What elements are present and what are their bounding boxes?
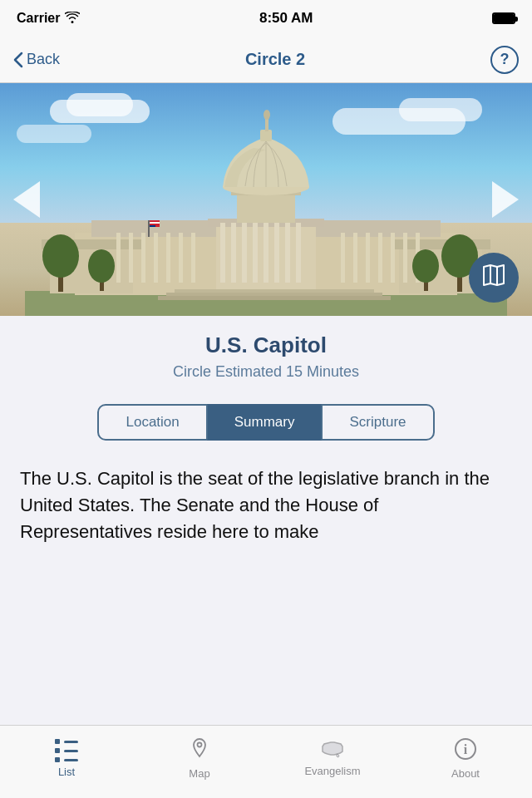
tab-evangelism-label: Evangelism: [304, 765, 360, 777]
svg-rect-19: [141, 233, 145, 283]
svg-point-55: [198, 743, 202, 747]
content-area: The U.S. Capitol is the seat of the legi…: [0, 449, 532, 545]
svg-rect-51: [150, 224, 160, 225]
svg-rect-13: [264, 223, 268, 283]
bottom-tabbar: List Map Evangelism i: [0, 725, 532, 798]
svg-rect-21: [166, 233, 170, 283]
svg-rect-17: [116, 233, 121, 283]
svg-rect-12: [253, 223, 258, 283]
svg-rect-29: [403, 233, 407, 283]
status-bar: Carrier 8:50 AM: [0, 0, 532, 37]
svg-rect-22: [179, 233, 183, 283]
status-time: 8:50 AM: [259, 10, 313, 27]
status-left: Carrier: [17, 11, 80, 26]
list-icon: [55, 739, 78, 762]
capitol-svg: [25, 100, 507, 316]
carrier-label: Carrier: [17, 11, 60, 26]
svg-rect-23: [191, 233, 195, 283]
svg-rect-24: [341, 233, 345, 283]
svg-text:i: i: [464, 742, 468, 756]
svg-rect-34: [260, 130, 272, 141]
tab-about[interactable]: i About: [399, 726, 532, 798]
segment-location[interactable]: Location: [97, 404, 206, 441]
tab-list[interactable]: List: [0, 726, 133, 798]
svg-rect-16: [296, 223, 301, 283]
svg-rect-28: [391, 233, 395, 283]
svg-point-36: [264, 110, 270, 120]
svg-rect-25: [353, 233, 357, 283]
svg-rect-18: [129, 233, 133, 283]
segment-summary[interactable]: Summary: [207, 404, 323, 441]
map-icon: [188, 737, 211, 764]
place-title: U.S. Capitol: [17, 332, 515, 358]
status-right: [492, 12, 515, 24]
place-subtitle: Circle Estimated 15 Minutes: [17, 363, 515, 381]
svg-rect-39: [158, 296, 391, 300]
about-icon: i: [454, 737, 477, 764]
map-book-icon: [480, 264, 507, 293]
segment-scripture[interactable]: Scripture: [322, 404, 434, 441]
help-button[interactable]: ?: [490, 46, 519, 74]
place-image: [0, 83, 532, 316]
svg-point-41: [42, 234, 79, 278]
nav-bar: Back Circle 2 ?: [0, 37, 532, 83]
next-arrow[interactable]: [487, 177, 524, 222]
back-label: Back: [27, 51, 60, 68]
tab-list-label: List: [58, 766, 75, 778]
svg-rect-14: [274, 223, 279, 283]
svg-rect-52: [150, 225, 155, 227]
segment-control: Location Summary Scripture: [17, 404, 515, 441]
wifi-icon: [65, 12, 80, 26]
map-overlay-button[interactable]: [469, 253, 519, 303]
svg-rect-50: [150, 222, 160, 224]
battery-icon: [492, 12, 515, 24]
tab-map-label: Map: [189, 767, 209, 780]
back-button[interactable]: Back: [13, 51, 60, 68]
svg-point-47: [412, 249, 439, 283]
content-text: The U.S. Capitol is the seat of the legi…: [20, 466, 512, 545]
svg-rect-9: [220, 223, 225, 283]
svg-rect-11: [242, 223, 247, 283]
svg-point-45: [88, 249, 115, 283]
tab-map[interactable]: Map: [133, 726, 266, 798]
title-section: U.S. Capitol Circle Estimated 15 Minutes: [0, 316, 532, 389]
svg-rect-31: [237, 191, 295, 223]
nav-title: Circle 2: [245, 50, 305, 69]
tab-about-label: About: [451, 767, 480, 780]
tab-evangelism[interactable]: Evangelism: [266, 726, 399, 798]
svg-rect-27: [378, 233, 382, 283]
svg-rect-15: [285, 223, 290, 283]
previous-arrow[interactable]: [8, 177, 45, 222]
svg-rect-26: [366, 233, 370, 283]
svg-rect-48: [148, 220, 150, 237]
svg-rect-20: [154, 233, 158, 283]
svg-rect-10: [231, 223, 236, 283]
evangelism-icon: [319, 740, 346, 761]
